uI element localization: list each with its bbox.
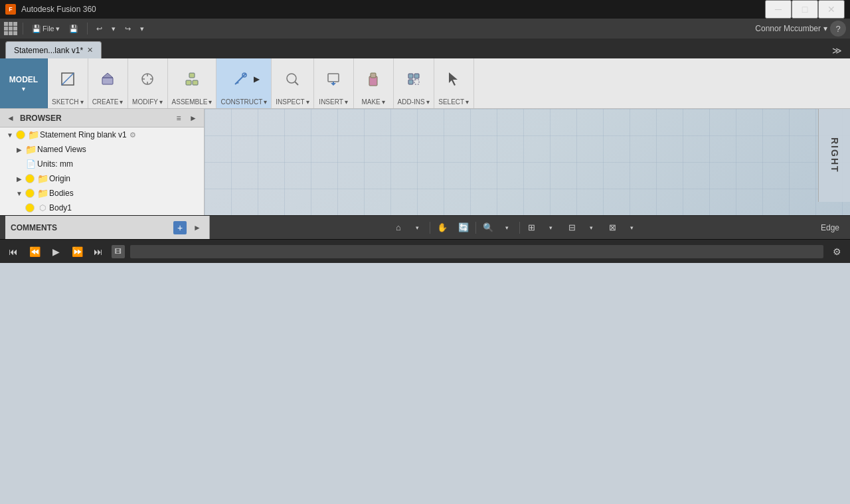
tree-label-named-views: Named Views [37,145,86,154]
create-label[interactable]: CREATE ▾ [92,98,124,106]
insert-icon [325,71,341,87]
zoom-arrow[interactable]: ▾ [498,218,517,237]
zoom-dropdown: 🔍 ▾ [479,218,517,237]
undo-arrow[interactable]: ▾ [108,21,119,37]
svg-rect-23 [414,74,419,78]
grid-apps-icon[interactable] [4,22,17,35]
restore-button[interactable]: □ [792,0,818,19]
create-tool-1[interactable] [96,64,120,94]
browser-collapse-button[interactable]: ◄ [4,112,17,125]
tree-arrow-root[interactable]: ▼ [5,130,15,139]
undo-button[interactable]: ↩ [93,21,106,37]
addins-tool-1[interactable] [402,64,426,94]
bottombar: COMMENTS + ► ⌂ ▾ ✋ 🔄 🔍 ▾ ⊞ ▾ ⊟ ▾ ⊠ ▾ Edg… [0,215,850,239]
eye-icon-bodies[interactable] [25,189,35,198]
svg-rect-17 [328,74,339,82]
grid-arrow[interactable]: ▾ [582,218,601,237]
sketch-label[interactable]: SKETCH ▾ [52,98,84,106]
view-home-arrow[interactable]: ▾ [408,218,427,237]
browser-options-button[interactable]: ≡ [172,112,185,125]
close-button[interactable]: ✕ [818,0,845,19]
make-label[interactable]: MAKE ▾ [361,98,384,106]
user-button[interactable]: Connor Mccumber ▾ [755,24,827,33]
construct-tool-1[interactable] [228,64,252,94]
view-home-button[interactable]: ⌂ [389,218,408,237]
next-button[interactable]: ⏩ [69,244,85,260]
insert-label[interactable]: INSERT ▾ [319,98,348,106]
tree-item-body1[interactable]: ⬡ Body1 [0,201,204,215]
comments-add-button[interactable]: + [173,221,187,234]
browser-expand-button[interactable]: ► [187,112,200,125]
tree-label-bodies: Bodies [49,189,74,198]
tree-arrow-named-views[interactable]: ▶ [15,145,24,154]
tree-label-body1: Body1 [49,203,72,212]
inspect-label[interactable]: INSPECT ▾ [276,98,309,106]
modify-label[interactable]: MODIFY ▾ [132,98,163,106]
svg-rect-11 [189,73,195,78]
inspect-tool-1[interactable] [280,64,304,94]
svg-line-1 [62,73,74,85]
sketch-icon [60,71,76,87]
save-button[interactable]: 💾 [66,21,82,37]
modify-tool-1[interactable] [135,64,159,94]
ribbon: MODEL ▾ SKETCH ▾ CREATE ▾ [0,58,850,109]
zoom-button[interactable]: 🔍 [479,218,497,237]
play-button[interactable]: ▶ [48,244,64,260]
minimize-button[interactable]: ─ [765,0,792,19]
tree-arrow-bodies[interactable]: ▼ [15,189,24,198]
prev-end-button[interactable]: ⏮ [5,244,21,260]
svg-rect-21 [371,73,376,78]
file-menu-button[interactable]: 💾 File ▾ [29,21,63,37]
assemble-label[interactable]: ASSEMBLE ▾ [172,98,212,106]
next-end-button[interactable]: ⏭ [90,244,106,260]
tree-item-origin[interactable]: ▶ 📁 Origin [0,171,204,186]
create-tools [96,61,120,97]
svg-rect-9 [186,80,191,85]
assemble-tool-1[interactable] [180,64,204,94]
tree-item-bodies[interactable]: ▼ 📁 Bodies [0,186,204,201]
tree-item-named-views[interactable]: ▶ 📁 Named Views [0,142,204,157]
folder-icon-named-views: 📁 [25,144,36,155]
tree-arrow-origin[interactable]: ▶ [15,174,24,183]
tabbar-expand-button[interactable]: ≫ [829,42,845,58]
tab-close-icon[interactable]: ✕ [87,46,93,54]
user-arrow: ▾ [823,24,827,33]
select-icon [446,71,462,87]
model-mode-button[interactable]: MODEL ▾ [0,58,48,108]
tree-item-units[interactable]: 📄 Units: mm [0,157,204,171]
construct-label[interactable]: CONSTRUCT ▾ [220,98,267,106]
sketch-tool-1[interactable] [56,64,80,94]
eye-icon-origin[interactable] [25,174,35,183]
insert-tool-1[interactable] [321,64,345,94]
pan-button[interactable]: ✋ [433,218,452,237]
root-options-icon[interactable]: ⚙ [129,131,136,139]
active-tab[interactable]: Statemen...lank v1* ✕ [5,41,102,58]
display-button[interactable]: ⊞ [523,218,541,237]
eye-icon-root[interactable] [16,130,25,139]
make-tools [361,61,385,97]
view-button[interactable]: ⊠ [604,218,622,237]
orbit-button[interactable]: 🔄 [454,218,473,237]
timeline-area[interactable] [130,245,823,258]
make-tool-1[interactable] [361,64,385,94]
display-arrow[interactable]: ▾ [542,218,560,237]
addins-label[interactable]: ADD-INS ▾ [398,98,430,106]
tree-item-root[interactable]: ▼ 📁 Statement Ring blank v1 ⚙ [0,127,204,142]
addins-arrow: ▾ [426,98,430,106]
eye-icon-body1[interactable] [25,203,35,212]
viewport[interactable]: RIGHT [205,109,850,215]
redo-button[interactable]: ↪ [122,21,134,37]
playbar-settings-button[interactable]: ⚙ [829,244,845,260]
comments-expand-button[interactable]: ► [191,221,204,234]
prev-button[interactable]: ⏪ [27,244,42,260]
select-tool-1[interactable] [442,64,466,94]
help-button[interactable]: ? [830,21,846,37]
ribbon-group-select: SELECT ▾ [434,58,474,108]
view-arrow[interactable]: ▾ [623,218,641,237]
body-icon-body1: ⬡ [37,203,48,213]
ribbon-group-insert: INSERT ▾ [314,58,354,108]
redo-arrow[interactable]: ▾ [137,21,147,37]
select-label[interactable]: SELECT ▾ [438,98,469,106]
grid-button[interactable]: ⊟ [563,218,582,237]
assemble-tools [180,61,204,97]
